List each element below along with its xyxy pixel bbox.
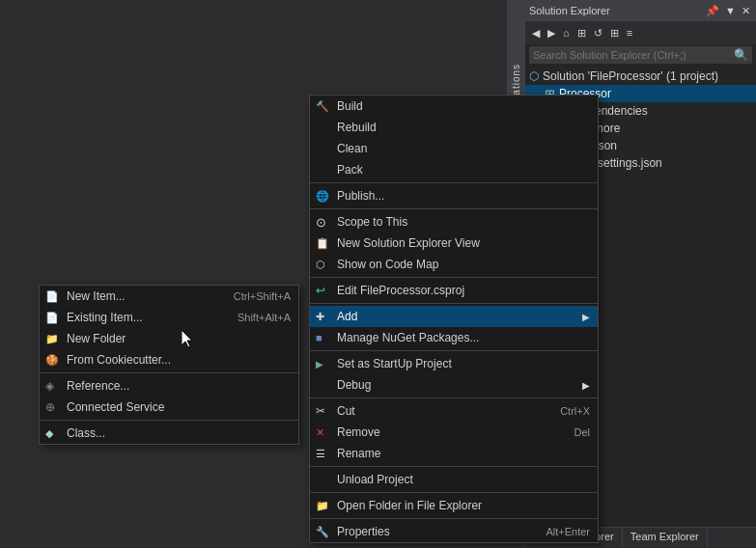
new-folder-icon — [45, 332, 59, 345]
submenu-existing-item[interactable]: Existing Item... Shift+Alt+A — [40, 307, 298, 328]
menu-open-folder[interactable]: Open Folder in File Explorer — [310, 495, 598, 516]
nuget-icon — [316, 331, 322, 344]
menu-pack[interactable]: Pack — [310, 159, 598, 180]
add-icon — [316, 310, 324, 323]
submenu-existing-item-shortcut: Shift+Alt+A — [238, 312, 291, 323]
submenu-new-item[interactable]: New Item... Ctrl+Shift+A — [40, 286, 298, 307]
debug-arrow-icon: ▶ — [582, 380, 590, 391]
ref-icon — [45, 379, 54, 393]
menu-properties[interactable]: Properties Alt+Enter — [310, 521, 598, 542]
sep8 — [310, 492, 598, 493]
service-icon — [45, 400, 55, 414]
sep5 — [310, 350, 598, 351]
submenu-new-item-label: New Item... — [67, 289, 218, 303]
se-view-btn[interactable]: ⊞ — [607, 26, 622, 41]
submenu-cookiecutter[interactable]: From Cookiecutter... — [40, 349, 298, 370]
menu-new-explorer[interactable]: New Solution Explorer View — [310, 233, 598, 254]
submenu-add: New Item... Ctrl+Shift+A Existing Item..… — [39, 285, 299, 445]
se-search-box[interactable]: 🔍 — [529, 46, 752, 64]
tab-team-explorer[interactable]: Team Explorer — [623, 528, 708, 548]
menu-scope[interactable]: Scope to This — [310, 211, 598, 233]
remove-icon — [316, 425, 324, 439]
submenu-class[interactable]: Class... — [40, 423, 298, 444]
menu-properties-label: Properties — [337, 525, 530, 538]
sep1 — [310, 182, 598, 183]
edit-icon — [316, 284, 325, 297]
menu-add[interactable]: Add ▶ — [310, 306, 598, 327]
rename-icon — [316, 447, 325, 460]
class-icon — [45, 426, 53, 440]
menu-publish[interactable]: Publish... — [310, 185, 598, 206]
se-forward-btn[interactable]: ▶ — [545, 26, 558, 41]
menu-startup-label: Set as StartUp Project — [337, 357, 590, 370]
props-icon — [316, 525, 329, 538]
menu-remove[interactable]: Remove Del — [310, 422, 598, 443]
menu-edit-csproj[interactable]: Edit FileProcessor.csproj — [310, 280, 598, 301]
submenu-connected-service-label: Connected Service — [67, 400, 291, 414]
menu-codemap[interactable]: Show on Code Map — [310, 254, 598, 275]
se-close-icon[interactable]: ✕ — [740, 4, 752, 18]
menu-rebuild[interactable]: Rebuild — [310, 117, 598, 138]
menu-codemap-label: Show on Code Map — [337, 258, 590, 271]
se-title-text: Solution Explorer — [529, 5, 700, 16]
codemap-icon — [316, 258, 325, 271]
submenu-new-item-shortcut: Ctrl+Shift+A — [234, 290, 291, 302]
menu-scope-label: Scope to This — [337, 215, 590, 229]
menu-startup[interactable]: Set as StartUp Project — [310, 353, 598, 374]
context-menu-main: Build Rebuild Clean Pack Publish... Scop… — [309, 95, 599, 543]
menu-nuget-label: Manage NuGet Packages... — [337, 331, 590, 344]
menu-pack-label: Pack — [337, 163, 590, 177]
sep3 — [310, 277, 598, 278]
sub-sep1 — [40, 372, 298, 373]
submenu-cookiecutter-label: From Cookiecutter... — [67, 353, 291, 367]
sep4 — [310, 303, 598, 304]
cut-icon — [316, 404, 325, 418]
se-title-icons: 📌 ▼ ✕ — [704, 4, 752, 18]
se-solution-label: Solution 'FileProcessor' (1 project) — [543, 69, 718, 83]
se-menu-icon[interactable]: ▼ — [723, 4, 738, 18]
submenu-new-folder[interactable]: New Folder — [40, 328, 298, 349]
menu-clean[interactable]: Clean — [310, 138, 598, 159]
menu-rename-label: Rename — [337, 447, 590, 460]
folder-icon — [316, 499, 329, 512]
add-arrow-icon: ▶ — [582, 312, 590, 322]
menu-unload-label: Unload Project — [337, 473, 590, 486]
menu-build[interactable]: Build — [310, 96, 598, 117]
submenu-reference-label: Reference... — [67, 379, 291, 393]
sep9 — [310, 518, 598, 519]
menu-remove-label: Remove — [337, 425, 558, 439]
se-refresh-btn[interactable]: ↺ — [591, 26, 605, 41]
se-solution-item[interactable]: Solution 'FileProcessor' (1 project) — [525, 68, 756, 85]
menu-new-explorer-label: New Solution Explorer View — [337, 236, 590, 250]
menu-properties-shortcut: Alt+Enter — [546, 526, 590, 537]
menu-nuget[interactable]: Manage NuGet Packages... — [310, 327, 598, 348]
cookiecutter-icon — [45, 353, 59, 367]
menu-edit-csproj-label: Edit FileProcessor.csproj — [337, 284, 590, 297]
new-item-icon — [45, 289, 59, 303]
se-home-btn[interactable]: ⌂ — [560, 26, 573, 40]
se-title-bar: Solution Explorer 📌 ▼ ✕ — [525, 0, 756, 21]
startup-icon — [316, 357, 323, 370]
sep7 — [310, 466, 598, 467]
sep2 — [310, 208, 598, 209]
se-search-input[interactable] — [533, 49, 734, 61]
menu-remove-shortcut: Del — [574, 426, 590, 438]
menu-cut-label: Cut — [337, 404, 545, 418]
menu-cut[interactable]: Cut Ctrl+X — [310, 400, 598, 422]
se-settings-btn[interactable]: ≡ — [624, 26, 635, 40]
se-filter-btn[interactable]: ⊞ — [574, 26, 589, 41]
menu-rename[interactable]: Rename — [310, 443, 598, 464]
submenu-connected-service[interactable]: Connected Service — [40, 397, 298, 418]
menu-cut-shortcut: Ctrl+X — [560, 405, 590, 417]
menu-open-folder-label: Open Folder in File Explorer — [337, 499, 590, 512]
solution-icon — [529, 69, 539, 83]
submenu-reference[interactable]: Reference... — [40, 375, 298, 397]
menu-debug-label: Debug — [337, 378, 574, 392]
sep6 — [310, 397, 598, 398]
se-back-btn[interactable]: ◀ — [529, 26, 543, 41]
menu-debug[interactable]: Debug ▶ — [310, 374, 598, 396]
menu-publish-label: Publish... — [337, 189, 590, 203]
menu-add-label: Add — [337, 310, 574, 323]
se-pin-icon[interactable]: 📌 — [704, 4, 721, 18]
menu-unload[interactable]: Unload Project — [310, 469, 598, 490]
